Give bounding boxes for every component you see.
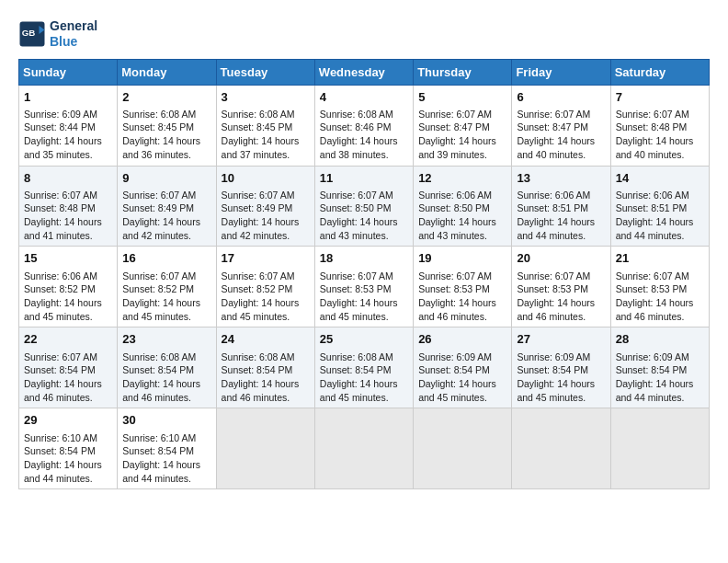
calendar-cell: 18Sunrise: 6:07 AMSunset: 8:53 PMDayligh… [314, 247, 413, 327]
daylight-label: Daylight: 14 hours and 46 minutes. [122, 378, 200, 403]
day-number: 16 [122, 250, 210, 267]
sunrise: Sunrise: 6:09 AM [517, 351, 590, 362]
sunset: Sunset: 8:48 PM [616, 121, 688, 132]
sunset: Sunset: 8:49 PM [222, 202, 293, 213]
sunrise: Sunrise: 6:07 AM [222, 270, 295, 282]
daylight-label: Daylight: 14 hours and 44 minutes. [122, 459, 200, 484]
day-number: 13 [517, 170, 605, 187]
daylight-label: Daylight: 14 hours and 45 minutes. [418, 378, 496, 403]
sunrise: Sunrise: 6:07 AM [616, 109, 689, 120]
sunrise: Sunrise: 6:07 AM [24, 190, 97, 201]
daylight-label: Daylight: 14 hours and 35 minutes. [24, 135, 102, 160]
sunset: Sunset: 8:53 PM [418, 283, 490, 294]
daylight-label: Daylight: 14 hours and 44 minutes. [517, 216, 595, 241]
day-number: 7 [616, 89, 704, 106]
sunrise: Sunrise: 6:07 AM [122, 190, 196, 201]
daylight-label: Daylight: 14 hours and 39 minutes. [418, 135, 496, 160]
day-number: 10 [222, 170, 310, 187]
day-number: 9 [122, 170, 210, 187]
sunrise: Sunrise: 6:09 AM [418, 351, 492, 362]
daylight-label: Daylight: 14 hours and 42 minutes. [122, 216, 200, 241]
daylight-label: Daylight: 14 hours and 43 minutes. [320, 216, 398, 241]
calendar-cell: 26Sunrise: 6:09 AMSunset: 8:54 PMDayligh… [414, 327, 512, 408]
header: GB General Blue [18, 18, 710, 50]
calendar-cell: 10Sunrise: 6:07 AMSunset: 8:49 PMDayligh… [216, 166, 314, 247]
sunset: Sunset: 8:50 PM [320, 202, 392, 213]
day-number: 5 [418, 89, 506, 106]
day-number: 22 [24, 331, 112, 348]
sunset: Sunset: 8:49 PM [122, 202, 194, 213]
calendar-cell: 24Sunrise: 6:08 AMSunset: 8:54 PMDayligh… [216, 327, 314, 408]
sunrise: Sunrise: 6:09 AM [616, 351, 689, 362]
calendar-cell [610, 408, 709, 489]
calendar-cell [216, 408, 314, 489]
sunrise: Sunrise: 6:08 AM [320, 109, 393, 120]
calendar-cell: 25Sunrise: 6:08 AMSunset: 8:54 PMDayligh… [314, 327, 413, 408]
sunset: Sunset: 8:51 PM [517, 202, 588, 213]
sunrise: Sunrise: 6:07 AM [24, 351, 97, 362]
calendar-cell: 15Sunrise: 6:06 AMSunset: 8:52 PMDayligh… [19, 247, 118, 327]
sunrise: Sunrise: 6:08 AM [122, 351, 196, 362]
sunset: Sunset: 8:52 PM [24, 283, 96, 294]
daylight-label: Daylight: 14 hours and 46 minutes. [616, 297, 694, 322]
sunrise: Sunrise: 6:07 AM [418, 270, 492, 282]
calendar-cell: 1Sunrise: 6:09 AMSunset: 8:44 PMDaylight… [19, 85, 118, 166]
weekday-header-saturday: Saturday [610, 59, 709, 85]
calendar-cell: 5Sunrise: 6:07 AMSunset: 8:47 PMDaylight… [414, 85, 512, 166]
daylight-label: Daylight: 14 hours and 45 minutes. [24, 297, 102, 322]
day-number: 2 [122, 89, 210, 106]
daylight-label: Daylight: 14 hours and 45 minutes. [320, 378, 398, 403]
calendar-cell: 9Sunrise: 6:07 AMSunset: 8:49 PMDaylight… [118, 166, 216, 247]
weekday-header-thursday: Thursday [414, 59, 512, 85]
day-number: 20 [517, 250, 605, 267]
sunset: Sunset: 8:45 PM [222, 121, 293, 132]
sunrise: Sunrise: 6:06 AM [418, 190, 492, 201]
sunrise: Sunrise: 6:07 AM [222, 190, 295, 201]
day-number: 25 [320, 331, 408, 348]
weekday-header-sunday: Sunday [19, 59, 118, 85]
calendar-cell [512, 408, 610, 489]
calendar-cell: 12Sunrise: 6:06 AMSunset: 8:50 PMDayligh… [414, 166, 512, 247]
sunset: Sunset: 8:44 PM [24, 121, 96, 132]
day-number: 19 [418, 250, 506, 267]
day-number: 30 [122, 412, 210, 429]
day-number: 4 [320, 89, 408, 106]
sunrise: Sunrise: 6:10 AM [122, 432, 196, 443]
daylight-label: Daylight: 14 hours and 45 minutes. [320, 297, 398, 322]
daylight-label: Daylight: 14 hours and 40 minutes. [616, 135, 694, 160]
calendar-cell: 30Sunrise: 6:10 AMSunset: 8:54 PMDayligh… [118, 408, 216, 489]
sunset: Sunset: 8:54 PM [222, 364, 293, 375]
daylight-label: Daylight: 14 hours and 45 minutes. [517, 378, 595, 403]
day-number: 21 [616, 250, 704, 267]
daylight-label: Daylight: 14 hours and 44 minutes. [24, 459, 102, 484]
calendar-cell: 11Sunrise: 6:07 AMSunset: 8:50 PMDayligh… [314, 166, 413, 247]
calendar-cell: 6Sunrise: 6:07 AMSunset: 8:47 PMDaylight… [512, 85, 610, 166]
calendar-cell [314, 408, 413, 489]
sunrise: Sunrise: 6:07 AM [517, 109, 590, 120]
day-number: 17 [222, 250, 310, 267]
daylight-label: Daylight: 14 hours and 42 minutes. [222, 216, 300, 241]
sunrise: Sunrise: 6:06 AM [616, 190, 689, 201]
calendar-cell: 17Sunrise: 6:07 AMSunset: 8:52 PMDayligh… [216, 247, 314, 327]
svg-text:GB: GB [22, 27, 36, 37]
sunset: Sunset: 8:54 PM [122, 445, 194, 456]
sunset: Sunset: 8:53 PM [517, 283, 588, 294]
calendar-cell: 13Sunrise: 6:06 AMSunset: 8:51 PMDayligh… [512, 166, 610, 247]
sunset: Sunset: 8:48 PM [24, 202, 96, 213]
sunset: Sunset: 8:46 PM [320, 121, 392, 132]
daylight-label: Daylight: 14 hours and 40 minutes. [517, 135, 595, 160]
day-number: 14 [616, 170, 704, 187]
day-number: 28 [616, 331, 704, 348]
weekday-header-wednesday: Wednesday [314, 59, 413, 85]
logo-text: General Blue [50, 18, 97, 50]
calendar-cell: 19Sunrise: 6:07 AMSunset: 8:53 PMDayligh… [414, 247, 512, 327]
sunset: Sunset: 8:54 PM [24, 445, 96, 456]
calendar-cell: 22Sunrise: 6:07 AMSunset: 8:54 PMDayligh… [19, 327, 118, 408]
daylight-label: Daylight: 14 hours and 46 minutes. [418, 297, 496, 322]
sunrise: Sunrise: 6:07 AM [616, 270, 689, 282]
calendar-cell: 21Sunrise: 6:07 AMSunset: 8:53 PMDayligh… [610, 247, 709, 327]
sunset: Sunset: 8:54 PM [418, 364, 490, 375]
sunrise: Sunrise: 6:07 AM [418, 109, 492, 120]
day-number: 29 [24, 412, 112, 429]
day-number: 1 [24, 89, 112, 106]
